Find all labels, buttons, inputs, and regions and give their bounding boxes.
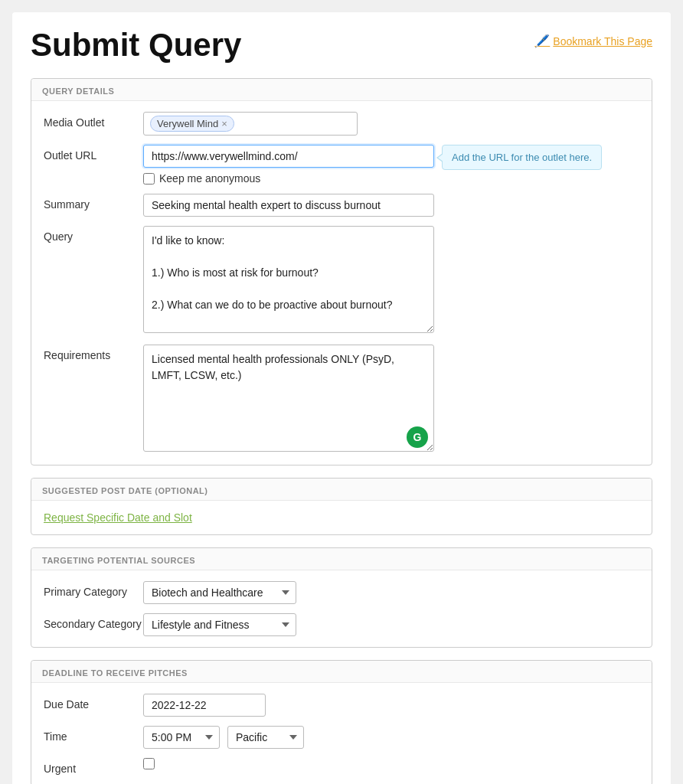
urgent-label: Urgent [44, 758, 143, 775]
due-date-row: Due Date [44, 694, 639, 717]
secondary-category-label: Secondary Category [44, 613, 143, 630]
tag-remove-button[interactable]: × [221, 119, 227, 129]
page-container: Submit Query 🖊️ Bookmark This Page QUERY… [12, 12, 671, 784]
suggested-date-legend: SUGGESTED POST DATE (OPTIONAL) [31, 479, 652, 501]
query-row: Query I'd like to know: 1.) Who is most … [44, 226, 639, 335]
primary-category-row: Primary Category Biotech and Healthcare … [44, 581, 639, 604]
summary-control [143, 194, 639, 217]
secondary-category-select[interactable]: Lifestyle and Fitness Biotech and Health… [143, 613, 296, 636]
tag-value: Verywell Mind [157, 118, 218, 129]
suggested-date-panel: SUGGESTED POST DATE (OPTIONAL) Request S… [31, 478, 652, 535]
secondary-category-control: Lifestyle and Fitness Biotech and Health… [143, 613, 639, 636]
requirements-textarea-wrapper: Licensed mental health professionals ONL… [143, 345, 434, 454]
requirements-label: Requirements [44, 345, 143, 361]
targeting-body: Primary Category Biotech and Healthcare … [31, 570, 652, 647]
outlet-url-control: Keep me anonymous Add the URL for the ou… [143, 145, 639, 185]
deadline-legend: DEADLINE TO RECEIVE PITCHES [31, 661, 652, 683]
query-details-body: Media Outlet Verywell Mind × Outlet URL [31, 101, 652, 465]
primary-category-label: Primary Category [44, 581, 143, 598]
time-select[interactable]: 5:00 PM 6:00 PM 7:00 PM 9:00 AM 10:00 AM [143, 726, 220, 749]
primary-category-control: Biotech and Healthcare Lifestyle and Fit… [143, 581, 639, 604]
query-details-legend: QUERY DETAILS [31, 79, 652, 101]
grammarly-button[interactable]: G [407, 426, 428, 448]
query-control: I'd like to know: 1.) Who is most at ris… [143, 226, 639, 335]
media-outlet-label: Media Outlet [44, 112, 143, 129]
urgent-checkbox[interactable] [143, 758, 155, 769]
media-outlet-row: Media Outlet Verywell Mind × [44, 112, 639, 136]
query-textarea-wrapper: I'd like to know: 1.) Who is most at ris… [143, 226, 434, 335]
query-details-panel: QUERY DETAILS Media Outlet Verywell Mind… [31, 78, 652, 466]
outlet-url-input[interactable] [143, 145, 434, 168]
media-outlet-tag-input[interactable]: Verywell Mind × [143, 112, 358, 136]
summary-label: Summary [44, 194, 143, 211]
urgent-control [143, 758, 639, 772]
time-controls: 5:00 PM 6:00 PM 7:00 PM 9:00 AM 10:00 AM… [143, 726, 639, 749]
deadline-body: Due Date Time 5:00 PM 6:00 PM 7:00 PM 9:… [31, 683, 652, 784]
request-date-link[interactable]: Request Specific Date and Slot [44, 511, 192, 524]
due-date-input[interactable] [143, 694, 266, 717]
primary-category-select[interactable]: Biotech and Healthcare Lifestyle and Fit… [143, 581, 296, 604]
suggested-date-body: Request Specific Date and Slot [31, 501, 652, 534]
due-date-control [143, 694, 639, 717]
media-outlet-tag: Verywell Mind × [150, 116, 234, 132]
requirements-textarea[interactable]: Licensed mental health professionals ONL… [143, 345, 434, 452]
urgent-row: Urgent [44, 758, 639, 775]
bookmark-label: Bookmark This Page [553, 35, 652, 47]
secondary-category-row: Secondary Category Lifestyle and Fitness… [44, 613, 639, 636]
summary-input[interactable] [143, 194, 434, 217]
requirements-row: Requirements Licensed mental health prof… [44, 345, 639, 454]
bookmark-icon: 🖊️ [534, 34, 550, 48]
outlet-url-label: Outlet URL [44, 145, 143, 162]
outlet-url-row: Outlet URL Keep me anonymous Add the URL… [44, 145, 639, 185]
targeting-legend: TARGETING POTENTIAL SOURCES [31, 548, 652, 570]
keep-anonymous-label: Keep me anonymous [159, 172, 260, 185]
due-date-label: Due Date [44, 694, 143, 710]
url-tooltip: Add the URL for the outlet here. [442, 145, 602, 170]
summary-row: Summary [44, 194, 639, 217]
anonymous-row: Keep me anonymous [143, 172, 639, 185]
time-row: Time 5:00 PM 6:00 PM 7:00 PM 9:00 AM 10:… [44, 726, 639, 749]
page-title: Submit Query [31, 28, 241, 63]
deadline-panel: DEADLINE TO RECEIVE PITCHES Due Date Tim… [31, 660, 652, 784]
time-control: 5:00 PM 6:00 PM 7:00 PM 9:00 AM 10:00 AM… [143, 726, 639, 749]
targeting-panel: TARGETING POTENTIAL SOURCES Primary Cate… [31, 547, 652, 648]
media-outlet-control: Verywell Mind × [143, 112, 639, 136]
keep-anonymous-checkbox[interactable] [143, 173, 155, 185]
query-label: Query [44, 226, 143, 243]
bookmark-link[interactable]: 🖊️ Bookmark This Page [534, 34, 652, 48]
page-header: Submit Query 🖊️ Bookmark This Page [31, 28, 652, 63]
timezone-select[interactable]: Pacific Mountain Central Eastern [227, 726, 304, 749]
time-label: Time [44, 726, 143, 743]
query-textarea[interactable]: I'd like to know: 1.) Who is most at ris… [143, 226, 434, 333]
requirements-control: Licensed mental health professionals ONL… [143, 345, 639, 454]
